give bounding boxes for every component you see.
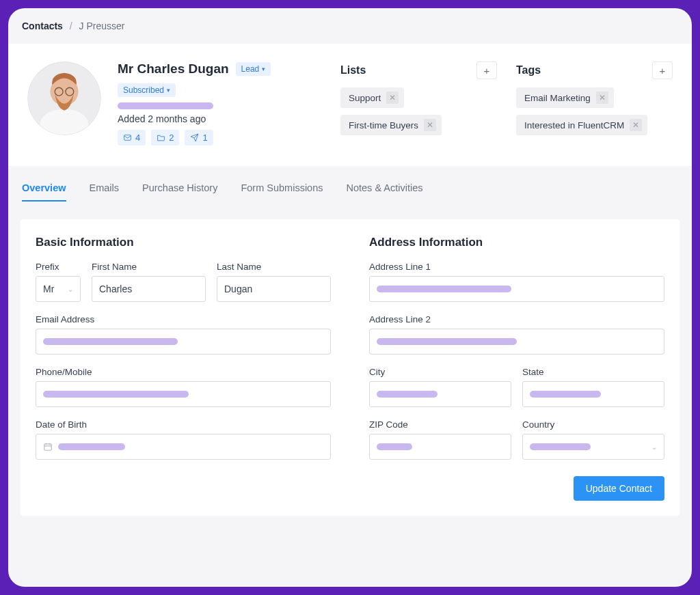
stat-folders[interactable]: 2 — [151, 130, 179, 146]
breadcrumb-current: J Preusser — [79, 20, 125, 31]
stat-emails[interactable]: 4 — [118, 130, 146, 146]
list-item: Support ✕ — [340, 87, 404, 108]
dob-label: Date of Birth — [36, 419, 331, 430]
tab-emails[interactable]: Emails — [90, 182, 120, 202]
chevron-down-icon: ⌄ — [68, 286, 73, 293]
remove-list-icon[interactable]: ✕ — [424, 119, 436, 131]
add-list-button[interactable]: + — [476, 61, 497, 79]
city-label: City — [369, 367, 511, 377]
send-icon — [190, 133, 199, 142]
breadcrumb-root[interactable]: Contacts — [22, 20, 63, 31]
last-name-label: Last Name — [217, 262, 331, 272]
dob-input[interactable] — [36, 434, 331, 460]
remove-tag-icon[interactable]: ✕ — [630, 119, 642, 131]
first-name-label: First Name — [92, 262, 206, 272]
mail-icon — [123, 133, 132, 142]
address1-input[interactable] — [369, 276, 664, 302]
tab-bar: Overview Emails Purchase History Form Su… — [8, 166, 692, 202]
svg-rect-5 — [124, 135, 131, 141]
tab-overview[interactable]: Overview — [22, 182, 66, 202]
country-select[interactable]: ⌄ — [522, 434, 664, 460]
last-name-input[interactable]: Dugan — [217, 276, 331, 302]
zip-input[interactable] — [369, 434, 511, 460]
tab-form-submissions[interactable]: Form Submissions — [241, 182, 323, 202]
email-label: Email Address — [36, 314, 331, 324]
basic-info-title: Basic Information — [36, 236, 331, 249]
state-input[interactable] — [522, 381, 664, 407]
address1-label: Address Line 1 — [369, 262, 664, 272]
tag-item: Email Marketing ✕ — [516, 87, 614, 108]
contact-name: Mr Charles Dugan — [118, 61, 229, 77]
city-input[interactable] — [369, 381, 511, 407]
tag-item: Interested in FluentCRM ✕ — [516, 115, 647, 135]
remove-list-icon[interactable]: ✕ — [386, 92, 399, 104]
tab-purchase-history[interactable]: Purchase History — [142, 182, 217, 202]
folder-icon — [157, 133, 165, 142]
lists-heading: Lists — [340, 64, 366, 77]
chevron-down-icon: ▾ — [262, 66, 265, 72]
stat-sends[interactable]: 1 — [185, 130, 213, 146]
status-subscribed-dropdown[interactable]: Subscribed▾ — [118, 83, 176, 97]
calendar-icon — [43, 442, 53, 452]
add-tag-button[interactable]: + — [652, 61, 673, 79]
address-info-title: Address Information — [369, 236, 664, 249]
first-name-input[interactable]: Charles — [92, 276, 206, 302]
profile-header: Mr Charles Dugan Lead▾ Subscribed▾ Added… — [8, 44, 692, 166]
address2-input[interactable] — [369, 329, 664, 355]
tags-heading: Tags — [516, 64, 541, 77]
tab-notes-activities[interactable]: Notes & Activities — [346, 182, 422, 202]
chevron-down-icon: ▾ — [167, 87, 170, 94]
status-lead-dropdown[interactable]: Lead▾ — [236, 62, 271, 76]
zip-label: ZIP Code — [369, 419, 511, 430]
country-label: Country — [522, 419, 664, 430]
list-item: First-time Buyers ✕ — [340, 115, 442, 135]
prefix-label: Prefix — [36, 262, 81, 272]
phone-input[interactable] — [36, 381, 331, 407]
address2-label: Address Line 2 — [369, 314, 664, 324]
state-label: State — [522, 367, 664, 377]
contact-form: Basic Information Prefix Mr ⌄ First Name… — [21, 219, 679, 516]
redacted-email — [118, 102, 213, 109]
svg-rect-6 — [44, 444, 52, 450]
phone-label: Phone/Mobile — [36, 367, 331, 377]
breadcrumb: Contacts / J Preusser — [8, 8, 692, 44]
update-contact-button[interactable]: Update Contact — [574, 476, 664, 501]
remove-tag-icon[interactable]: ✕ — [596, 92, 608, 104]
email-input[interactable] — [36, 329, 331, 355]
added-timestamp: Added 2 months ago — [118, 113, 321, 124]
breadcrumb-separator: / — [70, 20, 72, 31]
avatar — [27, 61, 101, 135]
app-window: Contacts / J Preusser Mr Charles Dugan — [8, 8, 692, 587]
prefix-select[interactable]: Mr ⌄ — [36, 276, 81, 302]
chevron-down-icon: ⌄ — [651, 443, 657, 451]
